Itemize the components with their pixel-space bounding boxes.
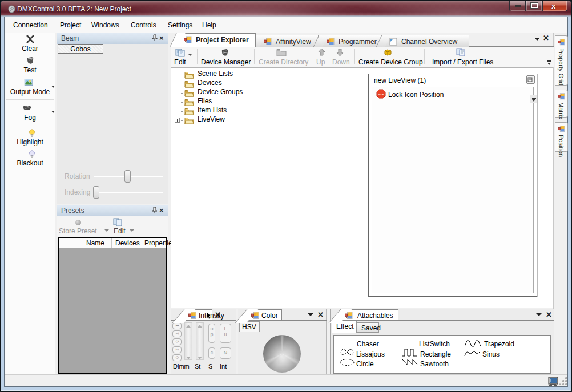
- svg-text:STOP: STOP: [378, 94, 384, 96]
